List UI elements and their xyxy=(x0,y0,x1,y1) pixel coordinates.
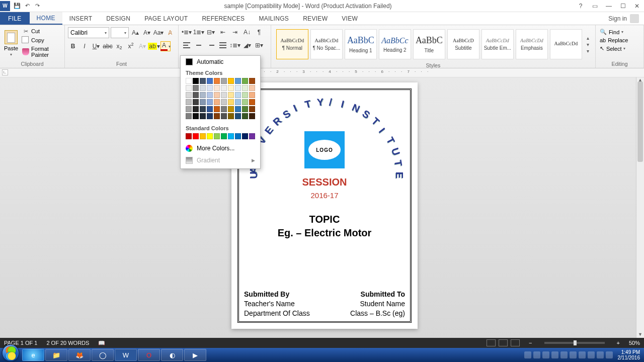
color-swatch[interactable] xyxy=(214,78,220,84)
tab-design[interactable]: DESIGN xyxy=(99,12,137,25)
borders-button[interactable]: ⊞▾ xyxy=(254,40,264,50)
color-swatch[interactable] xyxy=(193,92,199,98)
text-effects-button[interactable]: A▾ xyxy=(137,41,147,51)
numbering-button[interactable]: 1≣▾ xyxy=(194,27,204,37)
color-swatch[interactable] xyxy=(242,92,248,98)
style-item[interactable]: AaBbCTitle xyxy=(413,29,445,59)
shading-button[interactable]: ◢▾ xyxy=(242,40,252,50)
font-name-combo[interactable]: Calibri▾ xyxy=(68,27,109,38)
zoom-out-button[interactable]: − xyxy=(529,340,532,346)
tray-icon[interactable] xyxy=(533,351,540,358)
word-count[interactable]: 2 OF 20 WORDS xyxy=(46,340,89,346)
style-item[interactable]: AaBbCcHeading 2 xyxy=(379,29,411,59)
taskbar-word[interactable]: W xyxy=(115,349,137,361)
color-swatch[interactable] xyxy=(221,78,227,84)
color-swatch[interactable] xyxy=(235,78,241,84)
sign-in[interactable]: Sign in xyxy=(603,12,644,25)
color-swatch[interactable] xyxy=(235,85,241,91)
font-size-combo[interactable]: ▾ xyxy=(111,27,129,38)
color-swatch[interactable] xyxy=(221,113,227,119)
color-swatch[interactable] xyxy=(193,113,199,119)
tab-page-layout[interactable]: PAGE LAYOUT xyxy=(137,12,195,25)
highlight-button[interactable]: ab▾ xyxy=(149,41,159,51)
tab-file[interactable]: FILE xyxy=(0,12,30,25)
tray-icon[interactable] xyxy=(560,351,568,358)
change-case-button[interactable]: Aa▾ xyxy=(153,28,164,38)
subscript-button[interactable]: x2 xyxy=(114,41,124,51)
style-item[interactable]: AaBbCcDdSubtle Em... xyxy=(481,29,514,59)
start-button[interactable]: ⬤⬤⬤⬤ xyxy=(2,344,19,361)
color-swatch[interactable] xyxy=(249,99,255,105)
automatic-color-item[interactable]: Automatic xyxy=(181,56,260,68)
color-swatch[interactable] xyxy=(221,133,227,139)
taskbar-chrome[interactable]: ◯ xyxy=(92,349,114,361)
color-swatch[interactable] xyxy=(214,99,220,105)
taskbar-firefox[interactable]: 🦊 xyxy=(68,349,91,361)
web-layout-button[interactable] xyxy=(511,339,520,346)
print-layout-button[interactable] xyxy=(499,339,508,346)
tray-icon[interactable] xyxy=(588,351,595,358)
taskbar-app2[interactable]: ▶ xyxy=(184,349,206,361)
tab-review[interactable]: REVIEW xyxy=(296,12,335,25)
tab-references[interactable]: REFERENCES xyxy=(195,12,252,25)
color-swatch[interactable] xyxy=(200,78,206,84)
color-swatch[interactable] xyxy=(186,85,192,91)
vertical-scrollbar[interactable]: ▲ ▼ xyxy=(636,77,644,339)
color-swatch[interactable] xyxy=(200,113,206,119)
color-swatch[interactable] xyxy=(221,92,227,98)
color-swatch[interactable] xyxy=(214,92,220,98)
zoom-slider[interactable] xyxy=(544,342,605,344)
color-swatch[interactable] xyxy=(249,113,255,119)
minimize-button[interactable]: — xyxy=(602,1,616,11)
color-swatch[interactable] xyxy=(207,78,213,84)
styles-more-button[interactable]: ▴▾▾ xyxy=(584,27,592,61)
color-swatch[interactable] xyxy=(228,92,234,98)
qat-undo-icon[interactable]: ↶ xyxy=(22,1,32,11)
select-button[interactable]: ↖Select▾ xyxy=(599,45,640,52)
color-swatch[interactable] xyxy=(193,99,199,105)
color-swatch[interactable] xyxy=(200,85,206,91)
color-swatch[interactable] xyxy=(242,106,248,112)
color-swatch[interactable] xyxy=(186,92,192,98)
shrink-font-button[interactable]: A▾ xyxy=(142,28,152,38)
color-swatch[interactable] xyxy=(221,99,227,105)
tray-icon[interactable] xyxy=(570,351,577,358)
color-swatch[interactable] xyxy=(207,85,213,91)
color-swatch[interactable] xyxy=(193,78,199,84)
italic-button[interactable]: I xyxy=(79,41,90,51)
color-swatch[interactable] xyxy=(186,113,192,119)
color-swatch[interactable] xyxy=(186,133,192,139)
color-swatch[interactable] xyxy=(214,85,220,91)
color-swatch[interactable] xyxy=(242,85,248,91)
copy-button[interactable]: Copy xyxy=(21,36,61,44)
maximize-button[interactable]: ☐ xyxy=(616,1,630,11)
multilevel-button[interactable]: ⊟▾ xyxy=(206,27,216,37)
color-swatch[interactable] xyxy=(228,99,234,105)
justify-button[interactable] xyxy=(218,40,228,50)
paste-button[interactable]: Paste ▾ xyxy=(3,27,19,60)
style-item[interactable]: AaBbCcDSubtitle xyxy=(447,29,479,59)
color-swatch[interactable] xyxy=(200,99,206,105)
bullets-button[interactable]: •≣▾ xyxy=(182,27,192,37)
color-swatch[interactable] xyxy=(200,92,206,98)
line-spacing-button[interactable]: ↕≣▾ xyxy=(230,40,240,50)
logo-shape[interactable]: LOGO xyxy=(304,131,345,168)
help-button[interactable]: ? xyxy=(574,1,588,11)
color-swatch[interactable] xyxy=(235,106,241,112)
align-right-button[interactable] xyxy=(206,40,216,50)
color-swatch[interactable] xyxy=(207,99,213,105)
underline-button[interactable]: U▾ xyxy=(91,41,101,51)
tray-icon[interactable] xyxy=(524,351,531,358)
color-swatch[interactable] xyxy=(221,106,227,112)
strikethrough-button[interactable]: abc xyxy=(103,41,113,51)
format-painter-button[interactable]: Format Painter xyxy=(21,45,61,58)
qat-redo-icon[interactable]: ↷ xyxy=(32,1,42,11)
align-center-button[interactable] xyxy=(194,40,204,50)
color-swatch[interactable] xyxy=(214,106,220,112)
bold-button[interactable]: B xyxy=(68,41,78,51)
color-swatch[interactable] xyxy=(228,113,234,119)
color-swatch[interactable] xyxy=(228,85,234,91)
color-swatch[interactable] xyxy=(249,92,255,98)
tab-view[interactable]: VIEW xyxy=(335,12,365,25)
sort-button[interactable]: A↓ xyxy=(242,27,252,37)
